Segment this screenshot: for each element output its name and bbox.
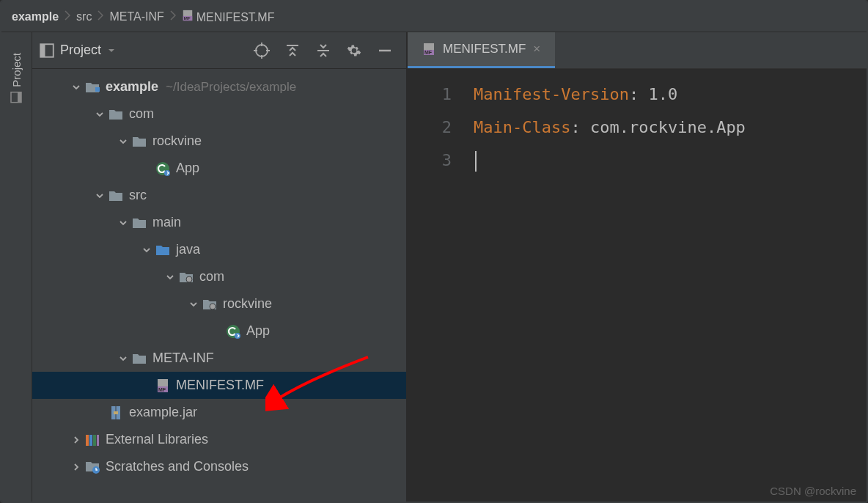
tree-toggle[interactable] xyxy=(116,219,130,227)
editor-area: MF MENIFEST.MF × 1 2 3 Manifest-Version:… xyxy=(408,32,867,502)
editor-tabs: MF MENIFEST.MF × xyxy=(408,32,867,69)
tree-node-label: MENIFEST.MF xyxy=(176,378,264,393)
tree-toggle[interactable] xyxy=(69,83,84,92)
tool-window-stripe: Project xyxy=(1,32,32,502)
tree-node-label: META-INF xyxy=(152,350,214,366)
svg-text:MF: MF xyxy=(158,387,166,392)
svg-rect-30 xyxy=(93,435,96,446)
folder-icon xyxy=(130,353,148,364)
tree-node[interactable]: External Libraries xyxy=(32,426,406,453)
scratch-icon xyxy=(84,460,101,474)
tree-node-label: App xyxy=(246,323,270,339)
project-tree[interactable]: example~/IdeaProjects/examplecomrockvine… xyxy=(32,69,406,502)
close-icon[interactable]: × xyxy=(533,42,540,56)
tree-node-label: main xyxy=(152,215,181,230)
gear-icon[interactable] xyxy=(346,43,362,59)
svg-rect-29 xyxy=(89,435,92,446)
tree-toggle[interactable] xyxy=(116,137,130,146)
svg-point-7 xyxy=(256,45,268,56)
folder-icon xyxy=(107,190,125,202)
folder-icon xyxy=(107,109,125,120)
gutter: 1 2 3 xyxy=(408,78,474,502)
expand-all-icon[interactable] xyxy=(284,43,301,59)
locate-icon[interactable] xyxy=(254,43,270,59)
svg-rect-27 xyxy=(114,411,118,414)
breadcrumb-item[interactable]: MFMENIFEST.MF xyxy=(182,10,275,24)
tree-node[interactable]: example~/IdeaProjects/example xyxy=(32,73,406,100)
tree-toggle[interactable] xyxy=(92,110,107,119)
tree-node-label: rockvine xyxy=(223,296,272,312)
module-icon xyxy=(84,81,101,93)
tree-node-label: App xyxy=(176,161,199,176)
svg-rect-28 xyxy=(86,435,89,446)
tree-node[interactable]: java xyxy=(32,236,406,263)
folder-src-icon xyxy=(154,244,172,256)
project-sidebar: Project example~/IdeaProjects/examplecom… xyxy=(32,32,408,502)
tree-node-hint: ~/IdeaProjects/example xyxy=(166,80,296,95)
tab-menifest[interactable]: MF MENIFEST.MF × xyxy=(408,32,555,68)
code-editor[interactable]: 1 2 3 Manifest-Version: 1.0 Main-Class: … xyxy=(408,69,867,502)
breadcrumb-item[interactable]: src xyxy=(76,10,92,23)
tree-toggle[interactable] xyxy=(186,300,201,309)
svg-rect-31 xyxy=(97,435,99,446)
collapse-all-icon[interactable] xyxy=(315,43,331,59)
breadcrumb-item[interactable]: META-INF xyxy=(109,10,163,23)
tree-node-label: example.jar xyxy=(129,405,197,420)
tree-node[interactable]: rockvine xyxy=(32,290,406,317)
tree-node[interactable]: MFMENIFEST.MF xyxy=(32,372,406,399)
tree-node-label: java xyxy=(176,242,200,257)
tree-node[interactable]: Scratches and Consoles xyxy=(32,453,406,480)
svg-rect-6 xyxy=(40,44,45,57)
svg-point-18 xyxy=(186,276,192,282)
tree-node-label: Scratches and Consoles xyxy=(106,459,249,474)
svg-rect-15 xyxy=(95,87,100,92)
hide-icon[interactable] xyxy=(377,43,393,59)
package-icon xyxy=(177,271,195,283)
tree-toggle[interactable] xyxy=(139,246,154,254)
tree-node[interactable]: main xyxy=(32,209,406,236)
lib-icon xyxy=(84,433,101,447)
tree-node-label: com xyxy=(129,106,154,122)
breadcrumb-item[interactable]: example xyxy=(12,10,59,23)
tree-node-label: com xyxy=(199,269,224,284)
folder-icon xyxy=(130,217,148,229)
tree-node[interactable]: example.jar xyxy=(32,399,406,426)
tree-node[interactable]: App xyxy=(32,155,406,182)
class-icon xyxy=(224,324,242,339)
tree-toggle[interactable] xyxy=(69,436,84,444)
svg-text:MF: MF xyxy=(183,15,190,21)
package-icon xyxy=(201,298,218,310)
watermark: CSDN @rockvine xyxy=(770,485,856,497)
tree-node[interactable]: rockvine xyxy=(32,128,406,155)
tree-node-label: External Libraries xyxy=(106,432,208,447)
tree-node[interactable]: com xyxy=(32,263,406,290)
mf-icon: MF xyxy=(154,378,172,393)
class-icon xyxy=(154,161,172,176)
tree-node[interactable]: src xyxy=(32,182,406,209)
tree-node[interactable]: com xyxy=(32,100,406,128)
tree-toggle[interactable] xyxy=(92,191,107,200)
project-view-selector[interactable]: Project xyxy=(40,43,246,58)
sidebar-header: Project xyxy=(32,32,406,69)
project-tool-tab[interactable]: Project xyxy=(6,47,27,109)
folder-icon xyxy=(130,136,148,147)
tree-toggle[interactable] xyxy=(69,463,84,471)
tree-node-label: src xyxy=(129,188,147,203)
jar-icon xyxy=(107,405,125,420)
tree-toggle[interactable] xyxy=(163,273,177,282)
tree-node[interactable]: App xyxy=(32,317,406,345)
chevron-down-icon xyxy=(107,46,116,55)
breadcrumb: examplesrcMETA-INFMFMENIFEST.MF xyxy=(1,1,867,32)
svg-rect-4 xyxy=(18,92,22,103)
svg-text:MF: MF xyxy=(424,50,433,55)
svg-point-19 xyxy=(210,304,216,309)
tree-node[interactable]: META-INF xyxy=(32,345,406,372)
tree-toggle[interactable] xyxy=(116,354,130,363)
tree-node-label: rockvine xyxy=(152,133,202,149)
tree-node-label: example xyxy=(106,79,158,95)
